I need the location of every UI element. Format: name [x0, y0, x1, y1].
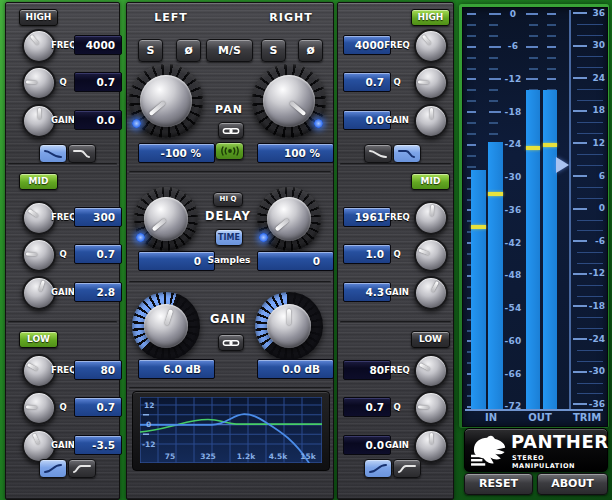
right-gain-knob[interactable] — [255, 292, 323, 360]
right-high-lowpass-corner-button[interactable] — [393, 144, 421, 163]
right-high-gain-knob[interactable] — [414, 104, 448, 138]
left-mid-band-badge[interactable]: MID — [19, 173, 58, 190]
right-mid-gain-label: GAIN — [384, 287, 410, 297]
left-high-freq-label: FREQ — [51, 40, 75, 50]
right-low-q-knob[interactable] — [414, 391, 448, 425]
right-low-gain-knob[interactable] — [414, 429, 448, 463]
right-mid-gain-knob[interactable] — [414, 276, 448, 310]
left-mid-q-value[interactable]: 0.7 — [74, 244, 122, 264]
gain-link-button[interactable] — [218, 334, 244, 351]
lowpass-corner-icon — [72, 148, 92, 159]
left-low-gain-label: GAIN — [51, 440, 75, 450]
delay-section-label: DELAY — [198, 209, 258, 223]
meter-scale-label: -42 — [501, 238, 525, 248]
right-low-highpass-corner-button[interactable] — [393, 459, 421, 478]
left-pan-value[interactable]: -100 % — [138, 143, 215, 163]
left-low-band-badge[interactable]: LOW — [19, 331, 58, 348]
delay-position-led — [136, 233, 145, 242]
trim-scale-label: -24 — [587, 334, 605, 344]
delay-hiq-button[interactable]: HI Q — [213, 192, 243, 207]
left-high-lowpass-corner-button[interactable] — [68, 144, 96, 163]
left-high-q-label: Q — [51, 77, 75, 87]
meter-scale-label: -6 — [501, 41, 525, 51]
left-mid-gain-value[interactable]: 2.8 — [74, 282, 122, 302]
right-mid-freq-knob[interactable] — [414, 201, 448, 235]
pan-position-led — [314, 119, 323, 128]
left-solo-button[interactable]: S — [138, 39, 163, 62]
right-pan-value[interactable]: 100 % — [257, 143, 334, 163]
level-meters: 0-6-12-18-24-30-36-42-48-54-60-66-723630… — [462, 7, 608, 427]
right-high-lowpass-smooth-button[interactable] — [364, 144, 392, 163]
about-button[interactable]: ABOUT — [537, 473, 608, 495]
lowpass-corner-icon — [397, 148, 417, 159]
left-high-band-badge[interactable]: HIGH — [19, 9, 58, 26]
right-high-band-badge[interactable]: HIGH — [411, 9, 450, 26]
left-high-q-value[interactable]: 0.7 — [74, 72, 122, 92]
right-low-freq-knob[interactable] — [414, 354, 448, 388]
delay-time-mode-button[interactable]: TIME — [215, 229, 243, 246]
graph-x-label: 75 — [165, 452, 175, 461]
right-delay-knob[interactable] — [257, 187, 321, 251]
left-low-gain-value[interactable]: -3.5 — [74, 435, 122, 455]
pan-link-button[interactable] — [218, 122, 244, 139]
peak-hold-out-right — [543, 143, 557, 147]
highpass-corner-icon — [397, 463, 417, 474]
peak-hold-out-left — [526, 146, 540, 150]
right-delay-value[interactable]: 0 — [257, 251, 334, 271]
trim-scale-label: 12 — [587, 138, 605, 148]
meter-scale-label: -12 — [501, 74, 525, 84]
meter-bar-out-right — [543, 90, 557, 409]
right-phase-button[interactable]: ø — [298, 39, 323, 62]
trim-scale-label: -36 — [587, 399, 605, 409]
right-low-gain-label: GAIN — [384, 440, 410, 450]
left-mid-gain-label: GAIN — [51, 287, 75, 297]
right-high-freq-knob[interactable] — [414, 29, 448, 63]
mid-side-button[interactable]: M/S — [206, 39, 253, 62]
link-chain-icon — [222, 338, 240, 348]
left-high-freq-value[interactable]: 4000 — [74, 35, 122, 55]
right-low-freq-label: FREQ — [384, 365, 410, 375]
right-high-q-knob[interactable] — [414, 66, 448, 100]
left-low-q-value[interactable]: 0.7 — [74, 397, 122, 417]
divider — [129, 387, 331, 390]
meter-scale-label: -18 — [501, 107, 525, 117]
peak-hold-in-right — [488, 192, 503, 196]
left-gain-value[interactable]: 6.0 dB — [138, 359, 215, 379]
left-low-highpass-smooth-button[interactable] — [39, 459, 67, 478]
meter-bar-in-right — [488, 142, 503, 409]
link-chain-icon — [222, 126, 240, 136]
right-solo-button[interactable]: S — [261, 39, 286, 62]
meter-out-label: OUT — [520, 412, 560, 423]
trim-scale-label: -18 — [587, 301, 605, 311]
right-low-band-badge[interactable]: LOW — [411, 331, 450, 348]
right-low-highpass-smooth-button[interactable] — [364, 459, 392, 478]
left-high-lowpass-smooth-button[interactable] — [39, 144, 67, 163]
left-mid-freq-value[interactable]: 300 — [74, 207, 122, 227]
left-phase-button[interactable]: ø — [176, 39, 201, 62]
right-mid-q-knob[interactable] — [414, 238, 448, 272]
right-mid-band-badge[interactable]: MID — [411, 173, 450, 190]
left-channel-label: LEFT — [141, 11, 201, 24]
right-gain-value[interactable]: 0.0 dB — [257, 359, 334, 379]
left-delay-knob[interactable] — [134, 187, 198, 251]
left-low-highpass-corner-button[interactable] — [68, 459, 96, 478]
meter-scale-label: 0 — [501, 9, 525, 19]
right-pan-knob[interactable] — [252, 64, 326, 138]
left-mid-q-label: Q — [51, 249, 75, 259]
lowpass-smooth-icon — [368, 148, 388, 159]
left-pan-knob[interactable] — [129, 64, 203, 138]
left-low-freq-value[interactable]: 80 — [74, 360, 122, 380]
trim-marker[interactable] — [556, 157, 569, 173]
right-mid-freq-label: FREQ — [384, 212, 410, 222]
mono-stereo-button[interactable] — [215, 142, 244, 160]
graph-x-label: 4.5k — [269, 452, 288, 461]
meter-scale-label: -36 — [501, 205, 525, 215]
trim-scale-label: 30 — [587, 40, 605, 50]
plugin-window: HIGH FREQ 4000 Q 0.7 GAIN 0.0 MID FREQ 3… — [0, 0, 612, 500]
left-low-freq-label: FREQ — [51, 365, 75, 375]
pan-section-label: PAN — [199, 103, 259, 116]
left-gain-knob[interactable] — [132, 292, 200, 360]
left-high-gain-value[interactable]: 0.0 — [74, 110, 122, 130]
center-panel: LEFT RIGHT S ø M/S S ø PAN -100 % 100 % — [126, 2, 334, 500]
reset-button[interactable]: RESET — [464, 473, 533, 495]
